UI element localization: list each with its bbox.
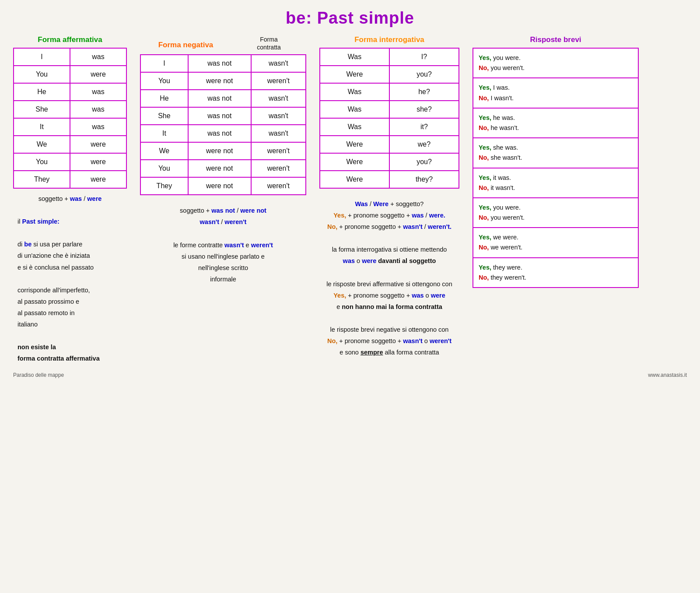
risposte-row: Yes, you were.No, you weren't. [473,198,638,228]
neg-formula: soggetto + was not / were notwasn't / we… [180,207,266,225]
page-title: be: Past simple [13,9,687,28]
table-cell: Was [320,83,389,101]
int-formula: Was / Were + soggetto? [355,200,424,207]
table-cell: You [140,72,188,90]
table-cell: we? [389,136,459,153]
table-cell: He [14,83,70,101]
table-cell: wasn't [251,107,306,125]
past-simple-label: il Past simple: [18,218,60,225]
table-cell: We [14,136,70,153]
table-cell: Were [320,66,389,83]
table-cell: I [14,48,70,66]
table-cell: he? [389,83,459,101]
table-cell: wasn't [251,55,306,72]
table-cell: she? [389,101,459,118]
table-cell: weren't [251,142,306,160]
neg-note: le forme contratte wasn't e weren'tsi us… [173,242,273,283]
table-cell: wasn't [251,125,306,142]
forma-contratta-header: Formacontratta [231,35,306,53]
table-cell: you? [389,66,459,83]
table-cell: were [70,136,126,153]
risposte-row: Yes, we were.No, we weren't. [473,228,638,257]
negativa-section: Forma negativa Formacontratta Iwas notwa… [140,35,306,285]
interrogativa-title: Forma interrogativa [319,35,459,44]
negativa-table: Iwas notwasn'tYouwere notweren'tHewas no… [140,54,306,195]
non-esiste-note: non esiste laforma contratta affermativa [18,344,100,362]
footer-left: Paradiso delle mappe [13,372,64,378]
table-cell: was not [188,107,251,125]
risposte-row: Yes, I was.No, I wasn't. [473,78,638,108]
table-cell: I? [389,48,459,66]
table-cell: Were [320,153,389,171]
table-cell: was not [188,55,251,72]
table-cell: was [70,83,126,101]
footer: Paradiso delle mappe www.anastasis.it [13,372,687,378]
table-cell: was [70,118,126,136]
table-cell: was [70,101,126,118]
risposte-row: Yes, it was.No, it wasn't. [473,168,638,198]
table-cell: were not [188,177,251,195]
table-cell: wasn't [251,90,306,107]
table-cell: Were [320,136,389,153]
interrogativa-notes: Was / Were + soggetto? Yes, + pronome so… [319,194,459,358]
table-cell: Was [320,48,389,66]
table-cell: We [140,142,188,160]
yes-formula: Yes, + pronome soggetto + was / were. [333,212,445,219]
table-cell: weren't [251,177,306,195]
table-cell: were not [188,72,251,90]
negativa-notes: soggetto + was not / were notwasn't / we… [140,200,306,285]
neg-risposte-note: le risposte brevi negative si ottengono … [327,326,452,356]
table-cell: They [14,171,70,188]
negativa-title: Forma negativa [140,41,231,49]
interrogativa-section: Forma interrogativa WasI?Wereyou?Washe?W… [319,35,459,358]
table-cell: were not [188,160,251,177]
table-cell: She [140,107,188,125]
risposte-row: Yes, he was.No, he wasn't. [473,108,638,138]
affirmativa-table: IwasYouwereHewasShewasItwasWewereYouwere… [13,48,127,189]
aff-formula-text: soggetto + was / were [38,195,102,202]
table-cell: was not [188,90,251,107]
table-cell: Were [320,171,389,188]
be-note: di be si usa per parlaredi un'azione che… [18,241,94,270]
table-cell: He [140,90,188,107]
risposte-table: Yes, you were.No, you weren't.Yes, I was… [472,48,639,288]
table-cell: She [14,101,70,118]
table-cell: it? [389,118,459,136]
table-cell: were not [188,142,251,160]
table-cell: you? [389,153,459,171]
table-cell: Was [320,118,389,136]
table-cell: You [14,153,70,171]
table-cell: were [70,66,126,83]
int-note: la forma interrogativa si ottiene metten… [332,246,447,264]
risposte-title: Risposte brevi [472,35,639,44]
affirmativa-title: Forma affermativa [13,35,127,44]
table-cell: were [70,171,126,188]
footer-right: www.anastasis.it [648,372,687,378]
corrisponde-note: corrisponde all'imperfetto,al passato pr… [18,287,90,328]
affirmativa-notes: soggetto + was / were il Past simple: di… [13,189,127,364]
risposte-row: Yes, you were.No, you weren't. [473,48,638,78]
interrogativa-table: WasI?Wereyou?Washe?Wasshe?Wasit?Werewe?W… [319,48,459,189]
table-cell: I [140,55,188,72]
table-cell: They [140,177,188,195]
table-cell: were [70,153,126,171]
risposte-row: Yes, she was.No, she wasn't. [473,138,638,168]
table-cell: they? [389,171,459,188]
table-cell: It [14,118,70,136]
table-cell: You [14,66,70,83]
table-cell: It [140,125,188,142]
table-cell: Was [320,101,389,118]
table-cell: weren't [251,160,306,177]
table-cell: was [70,48,126,66]
no-formula: No, + pronome soggetto + wasn't / weren'… [327,223,452,230]
table-cell: was not [188,125,251,142]
risposte-section: Risposte brevi Yes, you were.No, you wer… [472,35,639,288]
affirmativa-section: Forma affermativa IwasYouwereHewasShewas… [13,35,127,364]
aff-risposte-note: le risposte brevi affermative si ottengo… [326,281,452,310]
table-cell: weren't [251,72,306,90]
risposte-row: Yes, they were.No, they weren't. [473,258,638,288]
table-cell: You [140,160,188,177]
